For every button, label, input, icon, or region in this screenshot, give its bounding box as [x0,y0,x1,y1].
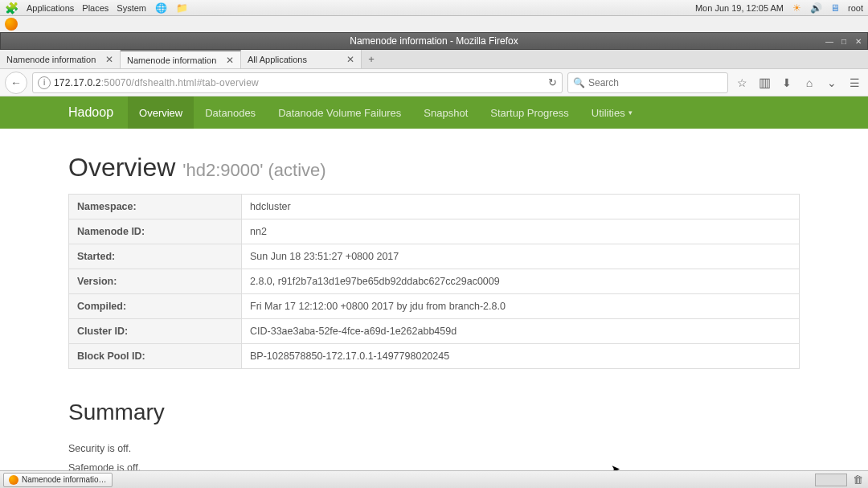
taskbar-entry-label: Namenode informatio… [22,475,107,484]
new-tab-button[interactable]: + [362,50,381,68]
site-info-icon[interactable]: i [38,76,51,89]
table-row: Namenode ID:nn2 [69,219,800,244]
firefox-logo-icon [9,475,18,485]
firefox-icon-row [0,16,868,32]
network-icon[interactable]: 🖥 [829,2,841,14]
window-maximize-button[interactable]: □ [838,35,850,47]
table-key: Block Pool ID: [69,344,242,369]
table-row: Version:2.8.0, r91f2b7a13d1e97be65db92dd… [69,269,800,294]
volume-icon[interactable]: 🔊 [809,2,822,14]
pocket-icon[interactable]: ⌄ [823,74,841,92]
page-content: Overview 'hd2:9000' (active) Namespace:h… [0,129,868,476]
table-row: Cluster ID:CID-33ae3aba-52fe-4fce-a69d-1… [69,319,800,344]
gnome-clock[interactable]: Mon Jun 19, 12:05 AM [695,3,784,13]
table-value: 2.8.0, r91f2b7a13d1e97be65db92ddabc627cc… [242,269,800,294]
table-value: nn2 [242,219,800,244]
page-subtitle: 'hd2:9000' (active) [182,160,326,180]
search-icon: 🔍 [573,77,585,88]
gnome-menu-applications[interactable]: Applications [27,3,74,13]
table-key: Cluster ID: [69,319,242,344]
nav-datanodes[interactable]: Datanodes [194,96,267,129]
window-title: Namenode information - Mozilla Firefox [350,35,518,47]
nav-startup-progress[interactable]: Startup Progress [479,96,580,129]
table-key: Version: [69,269,242,294]
summary-heading: Summary [68,400,800,425]
taskbar-entry[interactable]: Namenode informatio… [3,473,113,487]
launcher-icon-2[interactable]: 📁 [175,2,188,14]
tab-label: Namenode information [6,55,96,64]
window-minimize-button[interactable]: — [824,35,835,47]
trash-icon[interactable]: 🗑 [850,473,865,487]
nav-utilities[interactable]: Utilities▾ [580,96,644,129]
weather-icon[interactable]: ☀ [790,2,803,14]
gnome-top-panel: 🧩 Applications Places System 🌐 📁 Mon Jun… [0,0,868,16]
table-row: Compiled:Fri Mar 17 12:12:00 +0800 2017 … [69,294,800,319]
summary-line: Security is off. [68,443,800,454]
table-row: Namespace:hdcluster [69,195,800,219]
table-value: Sun Jun 18 23:51:27 +0800 2017 [242,244,800,269]
search-input[interactable] [588,77,723,88]
window-titlebar: Namenode information - Mozilla Firefox —… [0,32,868,50]
downloads-icon[interactable]: ⬇ [778,74,796,92]
table-row: Started:Sun Jun 18 23:51:27 +0800 2017 [69,244,800,269]
hadoop-navbar: Hadoop Overview Datanodes Datanode Volum… [0,96,868,129]
bookmarks-list-icon[interactable]: ▥ [755,74,773,92]
gnome-menu-system[interactable]: System [117,3,146,13]
reload-icon[interactable]: ↻ [548,76,557,88]
table-key: Namespace: [69,195,242,219]
back-button[interactable]: ← [5,72,27,94]
home-icon[interactable]: ⌂ [800,74,818,92]
table-value: BP-1028578850-172.17.0.1-1497798020245 [242,344,800,369]
gnome-menu-places[interactable]: Places [82,3,108,13]
table-value: Fri Mar 17 12:12:00 +0800 2017 by jdu fr… [242,294,800,319]
hadoop-brand[interactable]: Hadoop [68,96,128,129]
browser-tabbar: Namenode information ✕ Namenode informat… [0,50,868,69]
url-host: 172.17.0.2 [54,77,101,88]
gnome-apps-icon: 🧩 [5,2,18,14]
tab-close-icon[interactable]: ✕ [346,54,354,65]
search-bar[interactable]: 🔍 [567,72,728,93]
url-bar[interactable]: i 172.17.0.2:50070/dfshealth.html#tab-ov… [32,72,563,93]
page-title: Overview 'hd2:9000' (active) [68,153,800,182]
nav-snapshot[interactable]: Snapshot [412,96,479,129]
table-row: Block Pool ID:BP-1028578850-172.17.0.1-1… [69,344,800,369]
browser-toolbar: ← i 172.17.0.2:50070/dfshealth.html#tab-… [0,69,868,96]
nav-datanode-volume-failures[interactable]: Datanode Volume Failures [267,96,412,129]
table-key: Started: [69,244,242,269]
window-close-button[interactable]: ✕ [853,35,864,47]
table-value: CID-33ae3aba-52fe-4fce-a69d-1e262abb459d [242,319,800,344]
workspace-switcher[interactable] [815,474,847,486]
tab-label: Namenode information [127,55,216,65]
overview-table: Namespace:hdclusterNamenode ID:nn2Starte… [68,194,800,369]
browser-tab[interactable]: Namenode information ✕ [0,50,121,68]
browser-tab[interactable]: Namenode information ✕ [121,50,241,68]
bookmark-star-icon[interactable]: ☆ [733,74,751,92]
browser-tab[interactable]: All Applications ✕ [241,50,362,68]
menu-icon[interactable]: ☰ [845,74,863,92]
firefox-logo-icon [5,18,18,31]
launcher-icon-1[interactable]: 🌐 [154,2,167,14]
gnome-user-label[interactable]: root [848,3,863,13]
table-key: Namenode ID: [69,219,242,244]
gnome-bottom-panel: Namenode informatio… 🗑 [0,470,868,488]
tab-close-icon[interactable]: ✕ [105,54,113,65]
nav-overview[interactable]: Overview [128,96,194,129]
browser-viewport: Hadoop Overview Datanodes Datanode Volum… [0,96,868,477]
table-key: Compiled: [69,294,242,319]
chevron-down-icon: ▾ [628,109,633,117]
url-path: :50070/dfshealth.html#tab-overview [101,77,259,88]
tab-label: All Applications [248,55,307,64]
page-scroll-area[interactable]: Hadoop Overview Datanodes Datanode Volum… [0,96,868,476]
table-value: hdcluster [242,195,800,219]
tab-close-icon[interactable]: ✕ [226,55,234,66]
